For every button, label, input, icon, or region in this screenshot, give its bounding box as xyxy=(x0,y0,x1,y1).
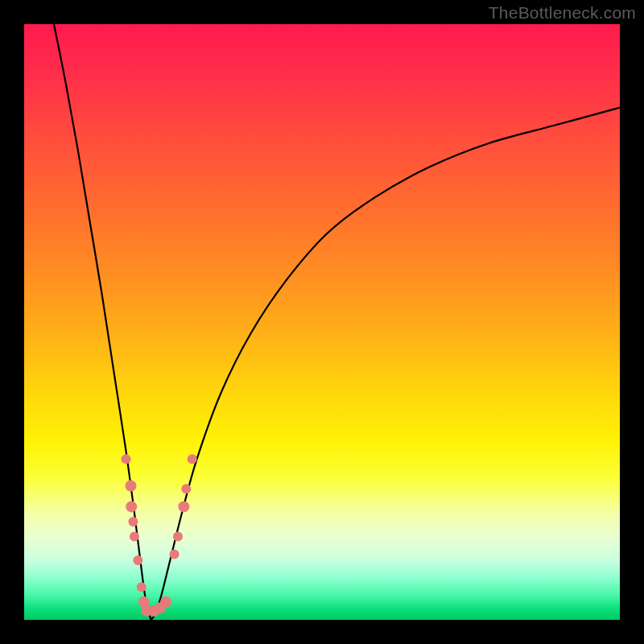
data-marker xyxy=(181,484,191,493)
bottleneck-curve-left xyxy=(54,24,151,620)
bottleneck-curve-right xyxy=(151,108,620,620)
marker-group xyxy=(122,454,197,617)
data-marker xyxy=(128,517,138,526)
data-marker xyxy=(188,454,197,464)
data-marker xyxy=(169,550,179,559)
data-marker xyxy=(133,555,142,565)
plot-area xyxy=(24,24,620,620)
data-marker xyxy=(178,501,189,512)
chart-frame: TheBottleneck.com xyxy=(0,0,644,644)
data-marker xyxy=(137,582,147,592)
curve-layer xyxy=(24,24,620,620)
data-marker xyxy=(173,531,183,541)
data-marker xyxy=(125,481,136,492)
data-marker xyxy=(122,454,131,464)
watermark-text: TheBottleneck.com xyxy=(489,3,636,23)
data-marker xyxy=(160,597,171,608)
data-marker xyxy=(126,501,137,512)
data-marker xyxy=(130,531,139,541)
